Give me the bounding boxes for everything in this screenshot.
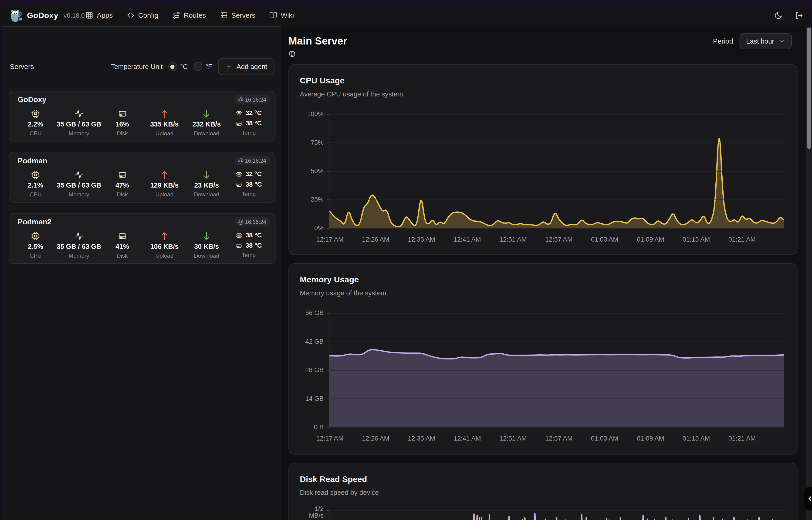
x-axis-tick-label: 12:41 AM	[453, 435, 481, 442]
x-axis-tick-label: 12:41 AM	[453, 236, 481, 243]
panel-collapse-tab[interactable]	[804, 487, 812, 511]
hard-drive-icon	[235, 242, 242, 249]
fahrenheit-label: °F	[205, 63, 212, 70]
y-axis-tick-label: 28 GB	[289, 366, 324, 374]
chevron-down-icon	[779, 38, 785, 45]
nav-label: Routes	[184, 11, 206, 19]
servers-panel-controls: Temperature Unit °C °F Add agent	[111, 58, 275, 75]
nav-item-config[interactable]: Config	[127, 11, 159, 19]
stat-disk: 47% Disk	[101, 169, 143, 197]
download-value: 23 KB/s	[194, 180, 219, 190]
x-axis-tick-label: 01:09 AM	[637, 435, 664, 442]
cpu-chart-title: CPU Usage	[300, 76, 344, 85]
server-timestamp-badge: @ 16:16:24	[234, 217, 270, 227]
stat-temp: 38 °C 38 °C Temp	[228, 230, 270, 259]
x-axis-tick-label: 12:57 AM	[545, 435, 573, 442]
x-axis-tick-label: 01:21 AM	[728, 435, 756, 442]
hard-drive-icon	[117, 231, 127, 241]
activity-icon	[74, 231, 84, 241]
download-label: Download	[194, 130, 219, 136]
period-control: Period Last hour	[713, 33, 792, 49]
radio-fahrenheit-circle[interactable]	[193, 62, 202, 71]
disk-value: 47%	[115, 180, 129, 190]
memory-chart-title: Memory Usage	[300, 275, 359, 284]
servers-panel-title: Servers	[10, 63, 34, 70]
nav-label: Apps	[97, 11, 113, 19]
cpu-value: 2.2%	[28, 119, 43, 129]
server-stats-row: 2.5% CPU 35 GB / 63 GB Memory 41% Disk 1…	[15, 230, 270, 259]
nav-label: Config	[138, 11, 158, 19]
download-value: 232 KB/s	[192, 119, 221, 129]
grid-icon	[85, 11, 93, 19]
server-card-podman2[interactable]: Podman2 @ 16:16:24 2.5% CPU 35 GB / 63 G…	[9, 213, 276, 264]
server-card-godoxy[interactable]: GoDoxy @ 16:16:24 2.2% CPU 35 GB / 63 GB…	[9, 90, 276, 141]
disk-chart-subtitle: Disk read speed by device	[300, 489, 379, 496]
server-timestamp-badge: @ 16:16:24	[234, 156, 270, 165]
app-version: v0.18.0	[63, 11, 85, 19]
nav-label: Servers	[231, 11, 255, 19]
globe-icon[interactable]	[288, 50, 296, 57]
stat-cpu: 2.5% CPU	[15, 230, 57, 259]
nav-item-apps[interactable]: Apps	[85, 11, 113, 19]
stat-temp: 32 °C 38 °C Temp	[228, 108, 270, 136]
nav-item-wiki[interactable]: Wiki	[269, 11, 294, 19]
cpu-icon	[235, 232, 242, 239]
temp-label: Temp	[242, 252, 256, 258]
radio-celsius[interactable]: °C	[168, 62, 188, 71]
memory-value: 35 GB / 63 GB	[57, 241, 101, 251]
server-name: GoDoxy	[18, 95, 47, 104]
x-axis-tick-label: 01:21 AM	[728, 236, 756, 243]
x-axis-tick-label: 12:35 AM	[408, 435, 435, 442]
disk-temp-value: 38 °C	[246, 120, 262, 127]
download-label: Download	[194, 191, 219, 198]
memory-label: Memory	[69, 191, 89, 198]
server-name: Podman2	[18, 217, 52, 226]
logout-icon[interactable]	[795, 11, 803, 20]
y-axis-tick-label: 50%	[289, 167, 324, 175]
add-agent-button[interactable]: Add agent	[218, 58, 275, 75]
brand-name: GoDoxy	[27, 11, 58, 20]
cpu-label: CPU	[30, 191, 42, 198]
period-select[interactable]: Last hour	[739, 33, 792, 49]
arrow-down-icon	[202, 109, 212, 119]
upload-label: Upload	[155, 130, 173, 136]
arrow-down-icon	[202, 170, 212, 180]
stat-memory: 35 GB / 63 GB Memory	[57, 108, 101, 136]
upload-value: 106 KB/s	[150, 241, 178, 251]
brand: GoDoxy v0.18.0	[10, 4, 85, 27]
server-card-podman[interactable]: Podman @ 16:16:24 2.1% CPU 35 GB / 63 GB…	[9, 152, 276, 203]
x-axis-tick-label: 01:03 AM	[591, 435, 619, 442]
y-axis-tick-label: 100%	[289, 110, 324, 118]
x-axis-tick-label: 12:51 AM	[499, 435, 527, 442]
server-stats-row: 2.2% CPU 35 GB / 63 GB Memory 16% Disk 3…	[15, 108, 270, 136]
stat-upload: 129 KB/s Upload	[143, 169, 186, 197]
cpu-icon	[235, 109, 242, 116]
radio-celsius-circle[interactable]	[168, 62, 177, 71]
nav-item-servers[interactable]: Servers	[220, 11, 255, 19]
moon-icon[interactable]	[774, 11, 783, 20]
x-axis-tick-label: 01:03 AM	[591, 236, 619, 243]
disk-chart-title: Disk Read Speed	[300, 475, 367, 484]
memory-value: 35 GB / 63 GB	[57, 119, 101, 129]
x-axis-tick-label: 12:26 AM	[362, 236, 390, 243]
hard-drive-icon	[235, 120, 242, 127]
cpu-icon	[31, 109, 40, 119]
cpu-value: 2.5%	[28, 241, 43, 251]
plus-icon	[225, 63, 232, 70]
radio-fahrenheit[interactable]: °F	[193, 62, 212, 71]
period-label: Period	[713, 37, 733, 45]
server-icon	[220, 11, 228, 19]
download-label: Download	[194, 252, 219, 259]
celsius-label: °C	[180, 63, 188, 70]
scrollbar-thumb[interactable]	[807, 27, 811, 149]
arrow-down-icon	[202, 231, 212, 241]
godoxy-logo-icon	[10, 8, 22, 22]
nav-items: Apps Config Routes Servers Wiki	[85, 4, 294, 27]
stat-download: 232 KB/s Download	[186, 108, 228, 136]
stat-download: 23 KB/s Download	[186, 169, 228, 197]
app-window: GoDoxy v0.18.0 Apps Config Routes Server…	[0, 0, 812, 520]
disk-temp-value: 38 °C	[246, 181, 262, 188]
arrow-up-icon	[160, 109, 169, 119]
nav-item-routes[interactable]: Routes	[172, 11, 206, 19]
disk-read-speed-chart[interactable]	[329, 511, 784, 520]
